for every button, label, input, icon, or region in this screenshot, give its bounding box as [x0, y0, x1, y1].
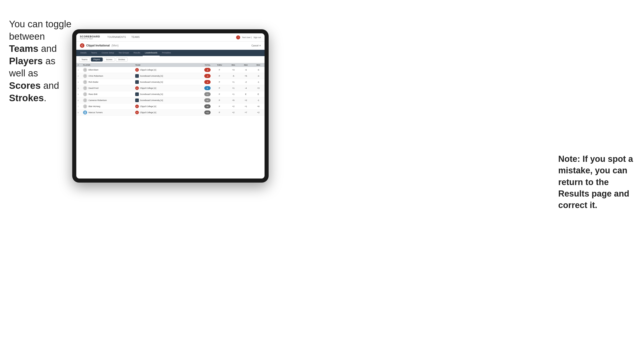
team-name: Scoreboard University [A] — [140, 75, 163, 77]
toggle-scores[interactable]: Scores — [104, 57, 115, 62]
cell-thru: F — [212, 85, 227, 91]
table-row[interactable]: 8Marcus TurnersCClippd College [A]+11F+2… — [76, 110, 264, 116]
toggle-players[interactable]: Players — [91, 57, 103, 62]
score-badge: -8 — [204, 68, 210, 72]
table-row[interactable]: 2Chris Robertson≡Scoreboard University [… — [76, 73, 264, 79]
cell-rank: 4 — [76, 85, 82, 91]
svg-point-5 — [85, 93, 86, 94]
tab-leaderboards[interactable]: Leaderboards — [143, 50, 160, 56]
cell-player: David Ford — [82, 85, 134, 91]
cell-team: CClippd College [A] — [134, 85, 194, 91]
cancel-button[interactable]: Cancel ✕ — [252, 44, 261, 47]
table-row[interactable]: 1Elliot EbertCClippd College [A]-8F+3-6-… — [76, 67, 264, 73]
col-thru: THRU — [212, 63, 227, 67]
player-name: Elliot Ebert — [88, 69, 98, 71]
col-rd1: RD1 — [227, 63, 240, 67]
cell-rd1: +2 — [227, 103, 240, 110]
tab-results[interactable]: Results — [131, 50, 143, 56]
device-frame: SCOREBOARD Powered by clippd TOURNAMENTS… — [72, 29, 268, 182]
cell-rd1: +2 — [227, 110, 240, 116]
leaderboard-table: # PLAYER TEAM TOTAL THRU RD1 RD2 RD3 1El… — [76, 63, 264, 178]
player-name: David Ford — [88, 87, 98, 89]
cell-total: +1 — [194, 91, 212, 97]
team-logo: ≡ — [135, 74, 139, 78]
cell-thru: F — [212, 103, 227, 110]
score-badge: +11 — [204, 110, 210, 115]
cell-rank: 1 — [76, 67, 82, 73]
cell-team: ≡Scoreboard University [A] — [134, 91, 194, 97]
table-body: 1Elliot EbertCClippd College [A]-8F+3-6-… — [76, 67, 264, 116]
team-logo: ≡ — [135, 99, 139, 102]
player-name: Cameron Robertson — [88, 99, 107, 101]
col-total: TOTAL — [194, 63, 212, 67]
svg-point-8 — [85, 112, 86, 113]
score-badge: +6 — [204, 98, 210, 102]
table-row[interactable]: 6Cameron Robertson≡Scoreboard University… — [76, 97, 264, 103]
cell-rd1: +1 — [227, 79, 240, 85]
col-rank: # — [76, 63, 82, 67]
cell-rd3: +6 — [252, 103, 264, 110]
cell-thru: F — [212, 67, 227, 73]
team-logo: C — [135, 111, 139, 114]
cell-team: CClippd College [A] — [134, 110, 194, 116]
signout-link[interactable]: Sign out — [254, 36, 261, 38]
tournament-gender: (Men) — [112, 44, 118, 47]
score-badge: -4 — [204, 74, 210, 78]
cell-thru: F — [212, 73, 227, 79]
player-avatar — [83, 74, 87, 78]
player-avatar — [83, 110, 87, 115]
logo-area: SCOREBOARD Powered by clippd — [80, 35, 100, 39]
cell-player: Cameron Robertson — [82, 97, 134, 103]
cell-thru: F — [212, 97, 227, 103]
cell-rd2: +5 — [240, 73, 252, 79]
logo-title: SCOREBOARD — [80, 35, 100, 38]
cell-rd1: +5 — [227, 97, 240, 103]
player-avatar — [83, 68, 87, 72]
cell-rank: 6 — [76, 97, 82, 103]
nav-teams[interactable]: TEAMS — [129, 33, 142, 41]
top-nav-links: TOURNAMENTS TEAMS — [104, 33, 236, 41]
cell-player: Marcus Turners — [82, 110, 134, 116]
top-nav-right: T Test User | Sign out — [236, 35, 261, 39]
toggle-bar: Teams Players Scores Strokes — [76, 56, 264, 63]
cell-rd1: -5 — [227, 73, 240, 79]
table-row[interactable]: 5Rees Britt≡Scoreboard University [A]+1F… — [76, 91, 264, 97]
player-avatar — [83, 92, 87, 96]
strokes-bold: Strokes — [9, 93, 44, 103]
tab-tee-groups[interactable]: Tee Groups — [116, 50, 131, 56]
cell-rd2: +1 — [240, 103, 252, 110]
toggle-strokes[interactable]: Strokes — [116, 57, 128, 62]
cell-rd2: -4 — [240, 85, 252, 91]
tab-details[interactable]: Details — [78, 50, 89, 56]
device-screen: SCOREBOARD Powered by clippd TOURNAMENTS… — [76, 33, 264, 178]
cell-player: Rich Butler — [82, 79, 134, 85]
cell-rank: 8 — [76, 110, 82, 116]
col-team: TEAM — [134, 63, 194, 67]
cell-player: Blair McHarg — [82, 103, 134, 110]
table-row[interactable]: 3Rich Butler≡Scoreboard University [A]-2… — [76, 79, 264, 85]
table-row[interactable]: 4David FordCClippd College [A]EF+1-4+3 — [76, 85, 264, 91]
logo-sub: Powered by clippd — [80, 38, 100, 39]
toggle-teams[interactable]: Teams — [79, 57, 90, 62]
score-badge: -2 — [204, 80, 210, 84]
score-badge: +1 — [204, 92, 210, 96]
cell-rd1: +3 — [227, 67, 240, 73]
tournament-logo: C — [80, 43, 84, 48]
cell-total: -4 — [194, 73, 212, 79]
tab-printables[interactable]: Printables — [160, 50, 173, 56]
cell-total: +8 — [194, 103, 212, 110]
cell-rd1: +1 — [227, 85, 240, 91]
cell-rank: 3 — [76, 79, 82, 85]
team-logo: C — [135, 105, 139, 108]
team-name: Clippd College [A] — [140, 105, 156, 108]
table-row[interactable]: 7Blair McHargCClippd College [A]+8F+2+1+… — [76, 103, 264, 110]
nav-tournaments[interactable]: TOURNAMENTS — [104, 33, 129, 41]
team-name: Scoreboard University [A] — [140, 93, 163, 95]
svg-point-1 — [85, 69, 86, 70]
player-avatar — [83, 80, 87, 84]
tab-teams[interactable]: Teams — [89, 50, 100, 56]
tab-course-setup[interactable]: Course Setup — [99, 50, 116, 56]
player-name: Rich Butler — [88, 81, 98, 83]
cell-team: ≡Scoreboard University [A] — [134, 79, 194, 85]
cell-rd3: E — [252, 91, 264, 97]
